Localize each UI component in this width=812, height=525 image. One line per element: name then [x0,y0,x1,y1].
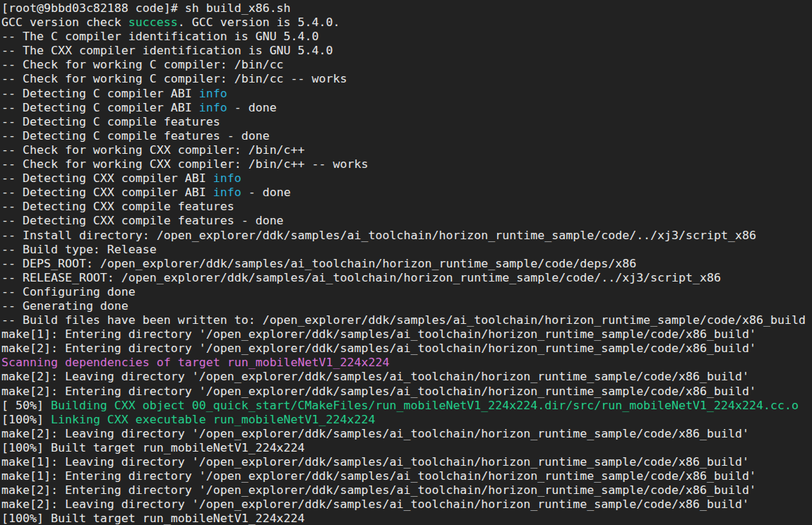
text-segment: GCC version check [1,16,129,29]
terminal-line: [root@9bbd03c82188 code]# sh build_x86.s… [1,1,812,16]
terminal-line: -- Check for working C compiler: /bin/cc [1,58,812,72]
text-segment: [100%] Built target run_mobileNetV1_224x… [1,441,305,454]
terminal-line: -- Detecting CXX compile features - done [1,214,812,228]
text-segment: -- Configuring done [1,285,136,298]
text-segment: -- Check for working CXX compiler: /bin/… [1,143,305,157]
text-segment: - done [227,101,277,114]
text-segment-magenta: Scanning dependencies of target run_mobi… [1,356,389,369]
terminal-line: -- Check for working C compiler: /bin/cc… [1,72,812,86]
text-segment: make[2]: Leaving directory '/open_explor… [1,497,749,511]
text-segment: [100%] [1,413,51,426]
text-segment-cyan: info [199,101,227,114]
terminal-line: -- Check for working CXX compiler: /bin/… [1,143,812,157]
terminal-output[interactable]: [root@9bbd03c82188 code]# sh build_x86.s… [0,0,812,525]
terminal-line: make[1]: Leaving directory '/open_explor… [1,455,812,469]
text-segment: -- The C compiler identification is GNU … [1,30,319,43]
terminal-line: make[2]: Entering directory '/open_explo… [1,385,812,399]
terminal-line: -- Configuring done [1,285,812,299]
terminal-line: GCC version check success. GCC version i… [1,16,812,30]
text-segment: make[2]: Entering directory '/open_explo… [1,342,756,355]
text-segment: -- Install directory: /open_explorer/ddk… [1,229,756,242]
text-segment: make[2]: Entering directory '/open_explo… [1,385,756,398]
text-segment: -- Check for working C compiler: /bin/cc… [1,72,347,85]
terminal-line: -- Detecting C compile features [1,115,812,129]
terminal-line: -- The C compiler identification is GNU … [1,30,812,44]
text-segment: -- Detecting C compiler ABI [1,87,199,100]
terminal-line: [ 50%] Building CXX object 00_quick_star… [1,399,812,413]
terminal-line: -- The CXX compiler identification is GN… [1,44,812,58]
terminal-line: make[2]: Entering directory '/open_explo… [1,342,812,356]
text-segment: -- Check for working CXX compiler: /bin/… [1,157,369,171]
terminal-line: -- Detecting CXX compiler ABI info [1,171,812,186]
text-segment: -- Detecting CXX compiler ABI [1,171,213,185]
terminal-line: make[2]: Entering directory '/open_explo… [1,483,812,497]
text-segment: -- Check for working C compiler: /bin/cc [1,58,284,71]
terminal-line: Scanning dependencies of target run_mobi… [1,356,812,370]
text-segment: [root@9bbd03c82188 code]# sh build_x86.s… [1,1,291,15]
text-segment-cyan: info [199,87,227,100]
terminal-line: -- Build files have been written to: /op… [1,313,812,327]
terminal-line: make[1]: Entering directory '/open_explo… [1,327,812,342]
terminal-line: make[2]: Leaving directory '/open_explor… [1,427,812,441]
text-segment: [ 50%] [1,399,51,412]
text-segment: -- Detecting CXX compile features - done [1,214,284,227]
text-segment-cyan: info [213,171,241,185]
text-segment: -- Build files have been written to: /op… [1,313,806,327]
text-segment: . GCC version is 5.4.0. [178,16,340,29]
terminal-line: -- Detecting CXX compiler ABI info - don… [1,186,812,200]
text-segment: -- DEPS_ROOT: /open_explorer/ddk/samples… [1,257,636,270]
text-segment: -- Detecting C compile features [1,115,220,128]
text-segment: make[2]: Leaving directory '/open_explor… [1,427,749,440]
text-segment: - done [241,186,291,199]
terminal-line: -- Check for working CXX compiler: /bin/… [1,157,812,171]
text-segment-cyan: info [213,186,241,199]
text-segment: make[1]: Entering directory '/open_explo… [1,327,756,341]
text-segment: -- Detecting CXX compile features [1,200,234,213]
text-segment: -- Build type: Release [1,243,157,256]
text-segment: -- Detecting CXX compiler ABI [1,186,213,199]
terminal-line: -- Detecting C compiler ABI info - done [1,101,812,115]
terminal-line: -- Detecting CXX compile features [1,200,812,214]
terminal-line: -- Build type: Release [1,243,812,257]
text-segment: make[2]: Leaving directory '/open_explor… [1,370,749,383]
text-segment: -- Detecting C compiler ABI [1,101,199,114]
text-segment: -- Detecting C compile features - done [1,129,270,143]
text-segment-green: success [129,16,178,29]
text-segment: -- The CXX compiler identification is GN… [1,44,333,57]
terminal-line: -- DEPS_ROOT: /open_explorer/ddk/samples… [1,257,812,271]
terminal-line: -- RELEASE_ROOT: /open_explorer/ddk/samp… [1,271,812,285]
text-segment: make[1]: Leaving directory '/open_explor… [1,455,749,469]
terminal-line: make[2]: Leaving directory '/open_explor… [1,370,812,384]
terminal-line: [100%] Built target run_mobileNetV1_224x… [1,512,812,525]
terminal-line: -- Generating done [1,299,812,313]
text-segment: [100%] Built target run_mobileNetV1_224x… [1,512,305,525]
terminal-line: make[2]: Leaving directory '/open_explor… [1,497,812,512]
terminal-line: make[1]: Entering directory '/open_explo… [1,469,812,483]
text-segment: -- RELEASE_ROOT: /open_explorer/ddk/samp… [1,271,721,284]
text-segment: make[1]: Entering directory '/open_explo… [1,469,756,483]
terminal-line: -- Install directory: /open_explorer/ddk… [1,229,812,243]
terminal-line: -- Detecting C compile features - done [1,129,812,143]
terminal-line: [100%] Linking CXX executable run_mobile… [1,413,812,427]
terminal-line: -- Detecting C compiler ABI info [1,87,812,101]
text-segment: make[2]: Entering directory '/open_explo… [1,483,756,497]
text-segment: -- Generating done [1,299,129,313]
text-segment-green: Building CXX object 00_quick_start/CMake… [51,399,799,412]
terminal-line: [100%] Built target run_mobileNetV1_224x… [1,441,812,455]
text-segment-green: Linking CXX executable run_mobileNetV1_2… [51,413,376,426]
